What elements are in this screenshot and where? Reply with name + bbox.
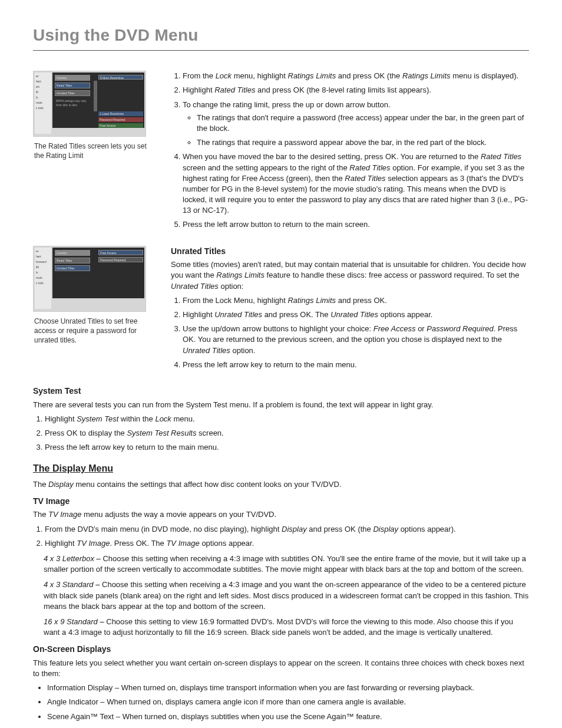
paragraph: The Display menu contains the settings t…	[33, 479, 529, 490]
option-4x3-standard: 4 x 3 Standard – Choose this setting whe…	[44, 579, 529, 612]
figure-rated-titles: er hert ert ift ix mots c lock Country R…	[33, 71, 146, 137]
osd-bullets: Information Display – When turned on, di…	[33, 683, 529, 722]
list-item: Use the up/down arrow buttons to highlig…	[183, 324, 529, 356]
list-item: Press the left arrow button to return to…	[183, 219, 529, 230]
system-test-steps: Highlight System Test within the Lock me…	[33, 414, 529, 453]
list-item: The ratings that don't require a passwor…	[197, 113, 529, 134]
page-title: Using the DVD Menu	[33, 24, 529, 47]
list-item: Press the left arrow key to return to th…	[183, 360, 529, 370]
list-item: The ratings that require a password appe…	[197, 137, 529, 148]
figure-caption-2: Choose Unrated Titles to set free access…	[33, 317, 157, 345]
option-16x9-standard: 16 x 9 Standard – Choose this setting to…	[44, 617, 529, 638]
list-item: Highlight TV Image. Press OK. The TV Ima…	[45, 538, 529, 549]
list-item: To change the rating limit, press the up…	[183, 100, 529, 149]
list-item: Information Display – When turned on, di…	[47, 683, 529, 693]
tv-image-steps: From the DVD's main menu (in DVD mode, n…	[33, 524, 529, 549]
list-item: From the Lock menu, highlight Ratings Li…	[183, 71, 529, 81]
list-item: When you have moved the bar to the desir…	[183, 151, 529, 216]
paragraph: This feature lets you select whether you…	[33, 658, 529, 679]
paragraph: There are several tests you can run from…	[33, 400, 529, 410]
option-4x3-letterbox: 4 x 3 Letterbox – Choose this setting wh…	[44, 554, 529, 575]
unrated-steps: From the Lock Menu, highlight Ratings Li…	[171, 295, 529, 370]
heading-unrated-titles: Unrated Titles	[171, 246, 529, 258]
list-item: From the Lock Menu, highlight Ratings Li…	[183, 295, 529, 306]
title-divider	[33, 50, 529, 51]
list-item: Angle Indicator – When turned on, displa…	[47, 697, 529, 707]
list-item: Highlight System Test within the Lock me…	[45, 414, 529, 424]
heading-tv-image: TV Image	[33, 496, 529, 508]
list-item: From the DVD's main menu (in DVD mode, n…	[45, 524, 529, 535]
paragraph: The default is to show all on-screen dis…	[33, 726, 529, 728]
list-item: Press the left arrow key to return to th…	[45, 442, 529, 453]
paragraph: Some titles (movies) aren't rated, but m…	[171, 259, 529, 292]
heading-display-menu: The Display Menu	[33, 462, 529, 475]
figure-caption-1: The Rated Titles screen lets you set the…	[33, 141, 157, 160]
list-item: Highlight Unrated Titles and press OK. T…	[183, 309, 529, 320]
rated-titles-steps: From the Lock menu, highlight Ratings Li…	[171, 71, 529, 230]
paragraph: The TV Image menu adjusts the way a movi…	[33, 509, 529, 520]
list-item: Scene Again™ Text – When turned on, disp…	[47, 711, 529, 722]
heading-system-test: System Test	[33, 386, 529, 397]
list-item: Press OK to display the System Test Resu…	[45, 428, 529, 439]
heading-on-screen-displays: On-Screen Displays	[33, 644, 529, 655]
list-item: Highlight Rated Titles and press OK (the…	[183, 85, 529, 95]
figure-unrated-titles: er hert brsword iift ix mots c lock Coun…	[33, 246, 146, 312]
